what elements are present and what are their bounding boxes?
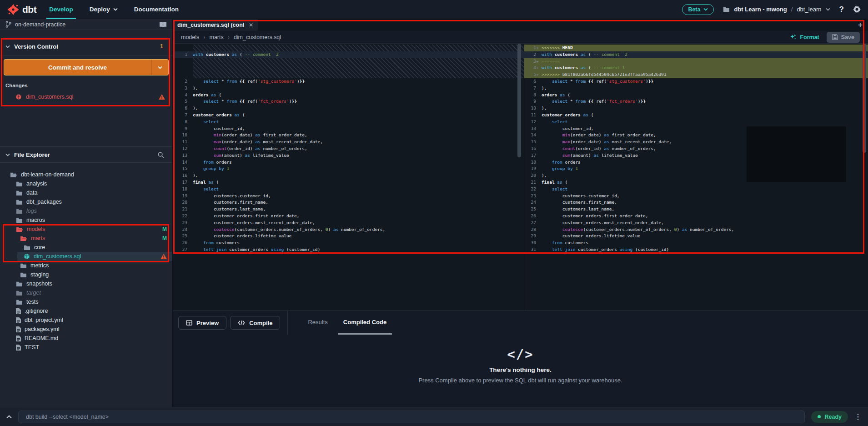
dbt-logo[interactable]: dbt <box>7 4 36 15</box>
chevron-down-icon <box>113 8 118 11</box>
tree-item[interactable]: martsM <box>0 234 172 243</box>
tree-item-label: dim_customers.sql <box>34 253 81 260</box>
tree-item[interactable]: snapshots <box>0 279 172 288</box>
divider <box>0 55 172 55</box>
search-icon[interactable] <box>157 151 164 158</box>
code-line: 14 from orders <box>173 159 524 166</box>
tree-item[interactable]: target <box>0 288 172 297</box>
folder-icon <box>24 245 30 251</box>
folder-icon <box>20 272 27 278</box>
status-badge[interactable]: Ready <box>811 411 848 423</box>
chevron-down-icon <box>5 153 10 156</box>
tree-item[interactable]: logs <box>0 206 172 216</box>
file-explorer-header[interactable]: File Explorer <box>0 147 172 162</box>
compile-button[interactable]: Compile <box>230 316 280 330</box>
tree-item[interactable]: dbt_packages <box>0 197 172 206</box>
kebab-menu-icon[interactable]: ⋮ <box>854 412 862 421</box>
tree-item-label: README.md <box>25 335 58 341</box>
tree-item[interactable]: modelsM <box>0 225 172 234</box>
code-line: 26 customer_orders.first_order_date, <box>524 213 868 220</box>
preview-button[interactable]: Preview <box>178 316 226 330</box>
code-line: 4+with customers as ( -- comment 1 <box>524 65 868 71</box>
help-button[interactable]: ? <box>839 5 844 14</box>
tree-item-label: dbt-learn-on-demand <box>21 171 74 178</box>
code-editor[interactable]: 1 with customers as ( -- comment 22 sele… <box>173 44 868 311</box>
top-navbar: dbt Develop Deploy Documentation Beta db… <box>0 0 868 19</box>
project-selector[interactable]: dbt Learn - mwong / dbt_learn <box>723 6 830 13</box>
tree-item[interactable]: .gitignore <box>0 306 172 316</box>
tree-item[interactable]: dbt_project.yml <box>0 316 172 325</box>
project-name: dbt Learn - mwong <box>734 6 787 13</box>
tree-item[interactable]: packages.yml <box>0 325 172 334</box>
file-icon <box>16 345 21 351</box>
format-button[interactable]: Format <box>790 34 819 40</box>
tree-item[interactable]: analysis <box>0 179 172 188</box>
empty-state-title: There's nothing here. <box>173 366 868 373</box>
tree-item[interactable]: dbt-learn-on-demand <box>0 170 172 179</box>
chevron-up-icon[interactable] <box>6 415 12 419</box>
docs-book-icon[interactable] <box>159 21 167 28</box>
commit-options-button[interactable] <box>151 60 168 75</box>
git-branch-icon <box>5 21 11 28</box>
editor-tab[interactable]: dim_customers.sql (confli... ✕ <box>173 19 258 31</box>
file-explorer-title: File Explorer <box>14 151 50 158</box>
empty-state: </> There's nothing here. Press Compile … <box>173 346 868 384</box>
file-tree: dbt-learn-on-demandanalysisdatadbt_packa… <box>0 163 172 352</box>
tree-item[interactable]: core <box>0 243 172 252</box>
right-scrollbar[interactable] <box>863 44 866 153</box>
code-line: 24 coalesce(customer_orders.number_of_or… <box>173 226 524 233</box>
editor-pane-left: 1 with customers as ( -- comment 22 sele… <box>173 44 524 311</box>
tree-item[interactable]: TEST <box>0 343 172 352</box>
floppy-icon <box>832 34 838 40</box>
code-line: 6 select * from {{ ref('stg_customers')}… <box>524 78 868 85</box>
tree-item[interactable]: staging <box>0 270 172 279</box>
tree-item[interactable]: tests <box>0 297 172 306</box>
tree-item-label: marts <box>31 235 45 241</box>
changed-file-row[interactable]: dim_customers.sql <box>0 92 172 101</box>
nav-documentation[interactable]: Documentation <box>134 0 179 19</box>
tab-results[interactable]: Results <box>302 311 333 335</box>
tree-item[interactable]: macros <box>0 216 172 225</box>
tab-compiled-code[interactable]: Compiled Code <box>338 311 392 335</box>
close-tab-icon[interactable]: ✕ <box>249 22 253 28</box>
breadcrumb-item: dim_customers.sql <box>234 34 281 40</box>
dbt-logo-text: dbt <box>22 4 36 15</box>
chevron-down-icon <box>703 8 708 11</box>
save-button[interactable]: Save <box>827 32 860 43</box>
version-control-header[interactable]: Version Control 1 <box>0 40 172 53</box>
gear-icon[interactable] <box>853 5 861 13</box>
tree-item-label: packages.yml <box>25 326 59 332</box>
left-scrollbar[interactable] <box>517 44 521 157</box>
code-line: 21 customers.last_name, <box>173 206 524 213</box>
commit-and-resolve-button[interactable]: Commit and resolve <box>4 59 169 75</box>
code-line: 7 ), <box>524 85 868 92</box>
code-icon <box>238 320 245 326</box>
tree-item[interactable]: metrics <box>0 261 172 270</box>
nav-deploy[interactable]: Deploy <box>90 0 118 19</box>
chevron-down-icon <box>826 8 830 11</box>
code-line: 13 sum(amount) as lifetime_value <box>173 152 524 159</box>
branch-row[interactable]: on-demand-practice <box>0 19 172 30</box>
bottom-panel: Preview Compile Results Compiled Code <box>173 311 868 407</box>
beta-dropdown[interactable]: Beta <box>682 4 714 15</box>
breadcrumb-item: marts <box>209 34 223 40</box>
tree-item[interactable]: dim_customers.sql <box>0 252 172 261</box>
code-line: 22 customer_orders.first_order_date, <box>173 213 524 220</box>
code-line: 19 customers.customer_id, <box>173 193 524 200</box>
code-line: 10 min(order_date) as first_order_date, <box>173 132 524 139</box>
conflict-warning-icon <box>161 254 167 259</box>
code-line: 26 from customers <box>173 240 524 246</box>
tree-item[interactable]: README.md <box>0 334 172 343</box>
chevron-down-icon <box>5 45 10 48</box>
folder-icon <box>16 181 23 187</box>
tree-item[interactable]: data <box>0 188 172 197</box>
code-line: 31 left join customer_orders using (cust… <box>524 246 868 253</box>
nav-develop[interactable]: Develop <box>49 0 73 19</box>
code-line: 5 select * from {{ ref('fct_orders')}} <box>173 98 524 105</box>
new-tab-button[interactable]: + <box>858 20 863 30</box>
model-file-icon <box>15 94 22 100</box>
code-line: 10 ), <box>524 105 868 112</box>
command-input[interactable]: dbt build --select <model_name> <box>18 411 805 423</box>
folder-open-icon <box>10 172 17 178</box>
tree-item-label: metrics <box>30 262 49 269</box>
